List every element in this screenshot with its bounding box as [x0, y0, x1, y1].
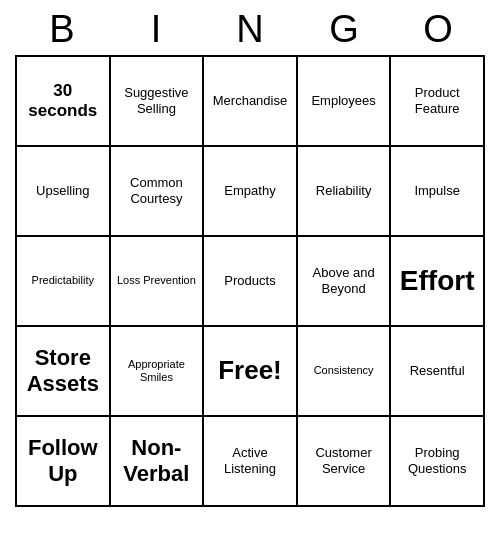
cell-text-12: Products: [224, 273, 275, 289]
cell-14: Effort: [391, 237, 485, 327]
cell-text-24: Probing Questions: [395, 445, 479, 476]
cell-text-5: Upselling: [36, 183, 89, 199]
cell-text-20: Follow Up: [21, 435, 105, 488]
cell-2: Merchandise: [204, 57, 298, 147]
cell-text-10: Predictability: [32, 274, 94, 287]
cell-text-17: Free!: [218, 355, 282, 386]
letter-b: B: [19, 8, 105, 51]
cell-text-1: Suggestive Selling: [115, 85, 199, 116]
cell-text-11: Loss Prevention: [117, 274, 196, 287]
bingo-grid: 30 seconds Suggestive Selling Merchandis…: [15, 55, 485, 507]
cell-text-21: Non-Verbal: [115, 435, 199, 488]
cell-6: Common Courtesy: [111, 147, 205, 237]
cell-12: Products: [204, 237, 298, 327]
cell-text-19: Resentful: [410, 363, 465, 379]
cell-text-9: Impulse: [414, 183, 460, 199]
cell-5: Upselling: [17, 147, 111, 237]
cell-13: Above and Beyond: [298, 237, 392, 327]
cell-text-18: Consistency: [314, 364, 374, 377]
cell-text-4: Product Feature: [395, 85, 479, 116]
cell-11: Loss Prevention: [111, 237, 205, 327]
cell-10: Predictability: [17, 237, 111, 327]
cell-20: Follow Up: [17, 417, 111, 507]
cell-text-14: Effort: [400, 264, 475, 298]
cell-23: Customer Service: [298, 417, 392, 507]
bingo-header: B I N G O: [15, 0, 485, 55]
cell-text-15: Store Assets: [21, 345, 105, 398]
letter-g: G: [301, 8, 387, 51]
cell-18: Consistency: [298, 327, 392, 417]
letter-i: I: [113, 8, 199, 51]
cell-3: Employees: [298, 57, 392, 147]
cell-text-8: Reliability: [316, 183, 372, 199]
letter-o: O: [395, 8, 481, 51]
cell-text-3: Employees: [311, 93, 375, 109]
cell-text-22: Active Listening: [208, 445, 292, 476]
cell-text-13: Above and Beyond: [302, 265, 386, 296]
cell-9: Impulse: [391, 147, 485, 237]
cell-24: Probing Questions: [391, 417, 485, 507]
cell-1: Suggestive Selling: [111, 57, 205, 147]
cell-8: Reliability: [298, 147, 392, 237]
cell-text-7: Empathy: [224, 183, 275, 199]
cell-text-23: Customer Service: [302, 445, 386, 476]
cell-16: Appropriate Smiles: [111, 327, 205, 417]
cell-4: Product Feature: [391, 57, 485, 147]
cell-19: Resentful: [391, 327, 485, 417]
cell-text-6: Common Courtesy: [115, 175, 199, 206]
cell-15: Store Assets: [17, 327, 111, 417]
cell-0: 30 seconds: [17, 57, 111, 147]
cell-text-16: Appropriate Smiles: [115, 358, 199, 384]
letter-n: N: [207, 8, 293, 51]
cell-21: Non-Verbal: [111, 417, 205, 507]
cell-text-0: 30 seconds: [21, 81, 105, 122]
cell-22: Active Listening: [204, 417, 298, 507]
cell-text-2: Merchandise: [213, 93, 287, 109]
cell-7: Empathy: [204, 147, 298, 237]
cell-17: Free!: [204, 327, 298, 417]
